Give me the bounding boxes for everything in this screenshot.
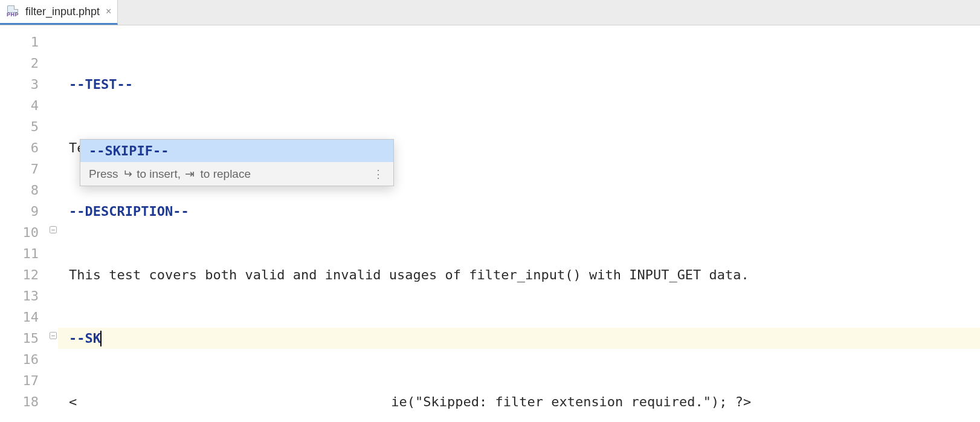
line-number: 10 — [0, 222, 39, 243]
line-number: 16 — [0, 349, 39, 370]
more-options-icon[interactable]: ⋮ — [373, 172, 385, 176]
tab-bar: PHP filter_input.phpt × — [0, 0, 980, 25]
tab-filename: filter_input.phpt — [25, 5, 100, 18]
hint-text: to replace — [197, 167, 251, 180]
line-number: 14 — [0, 307, 39, 328]
code-text: This test covers both valid and invalid … — [69, 267, 749, 282]
section-header: --DESCRIPTION-- — [69, 204, 189, 219]
autocomplete-rest: IPIF-- — [121, 143, 169, 158]
line-number: 6 — [0, 137, 39, 158]
line-number: 8 — [0, 180, 39, 201]
fold-column: – – — [48, 25, 58, 422]
line-number: 9 — [0, 201, 39, 222]
line-number: 11 — [0, 243, 39, 264]
line-number: 3 — [0, 74, 39, 95]
typed-text: --SK — [69, 331, 101, 346]
php-file-icon: PHP — [4, 2, 22, 21]
line-number: 7 — [0, 158, 39, 180]
text-caret — [100, 331, 102, 346]
line-number: 15 — [0, 328, 39, 349]
code-text: ie("Skipped: filter extension required."… — [391, 394, 751, 409]
code-editor[interactable]: 1 2 3 4 5 6 7 8 9 10 11 12 13 14 15 16 1… — [0, 25, 980, 422]
line-number: 13 — [0, 285, 39, 307]
fold-marker-icon[interactable]: – — [50, 226, 57, 233]
line-number: 2 — [0, 53, 39, 74]
close-icon[interactable]: × — [106, 6, 111, 17]
autocomplete-typed: --SK — [89, 143, 121, 158]
line-number-gutter: 1 2 3 4 5 6 7 8 9 10 11 12 13 14 15 16 1… — [0, 25, 48, 422]
file-tab[interactable]: PHP filter_input.phpt × — [0, 0, 118, 25]
section-header: --TEST-- — [69, 77, 133, 92]
autocomplete-popup: --SKIPIF-- Press ↵ to insert, ⇥ to repla… — [80, 139, 394, 186]
code-text: < — [69, 394, 77, 409]
autocomplete-item[interactable]: --SKIPIF-- — [80, 140, 393, 162]
line-number: 18 — [0, 391, 39, 412]
enter-key-icon: ↵ — [123, 167, 132, 181]
hint-text: Press — [89, 167, 121, 180]
hint-text: to insert, — [134, 167, 184, 180]
line-number: 4 — [0, 95, 39, 116]
line-number: 17 — [0, 370, 39, 391]
autocomplete-hint: Press ↵ to insert, ⇥ to replace ⋮ — [80, 162, 393, 186]
tab-key-icon: ⇥ — [185, 167, 195, 180]
line-number: 1 — [0, 31, 39, 53]
code-area[interactable]: --TEST-- Test filter_input() with GET da… — [58, 25, 980, 422]
line-number: 12 — [0, 264, 39, 285]
fold-marker-icon[interactable]: – — [50, 332, 57, 339]
line-number: 5 — [0, 116, 39, 137]
